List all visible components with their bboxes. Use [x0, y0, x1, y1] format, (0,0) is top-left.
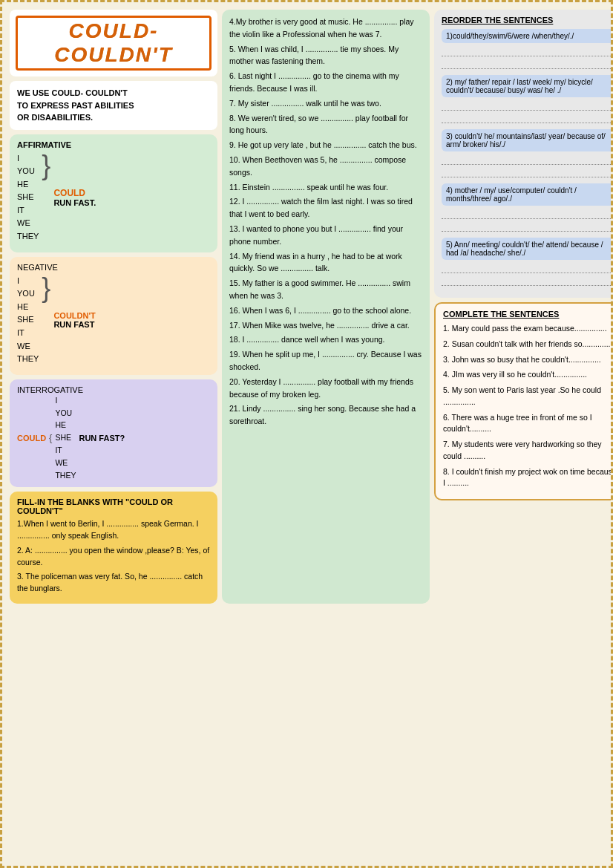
complete-item-3: 3. John was so busy that he couldn't....… — [443, 354, 613, 366]
complete-item-7: 7. My students were very hardworking so … — [443, 439, 613, 463]
exercise-item-5: 5. When I was child, I ............... t… — [229, 43, 422, 68]
reorder-item-2: 2) my/ father/ repair / last/ week/ my/ … — [442, 75, 613, 123]
intro-line1: WE USE COULD- COULDN'T — [17, 87, 210, 99]
interrog-phrase: RUN FAST? — [79, 434, 125, 443]
exercise-item-12: 12. I ............... watch the film las… — [229, 195, 422, 221]
complete-box: COMPLETE THE SENTENCES 1. Mary could pas… — [434, 302, 613, 500]
affirmative-row: I YOU HE SHE IT WE THEY } COULD RUN FAST… — [17, 152, 210, 244]
reorder-box: REORDER THE SENTENCES 1)could/they/swim/… — [434, 10, 613, 298]
affirmative-pronouns: I YOU HE SHE IT WE THEY — [17, 152, 39, 244]
exercise-item-11: 11. Einstein ............... speak until… — [229, 181, 422, 194]
couldnt-word: COULDN'T — [53, 311, 95, 320]
intro-line3: OR DISAABILITIES. — [17, 111, 210, 124]
fill-sentence-2: 2. A: ............... you open the windo… — [17, 545, 210, 569]
fill-sentence-1: 1.When I went to Berlin, I .............… — [17, 518, 210, 542]
complete-item-4: 4. JIm was very ill so he couldn't......… — [443, 369, 613, 381]
exercise-item-20: 20. Yesterday I ............... play foo… — [229, 376, 422, 401]
intro-line2: TO EXPRESS PAST ABILITIES — [17, 99, 210, 112]
interrogative-run-fast: RUN FAST? — [79, 434, 125, 443]
answer-line — [442, 263, 613, 273]
interrog-could-word: COULD — [17, 434, 46, 443]
negative-run-fast: RUN FAST — [53, 320, 95, 329]
exercise-item-7: 7. My sister ............... walk until … — [229, 97, 422, 110]
exercise-item-21: 21. Lindy ............... sing her song.… — [229, 402, 422, 428]
complete-item-1: 1. Mary could pass the exam because.....… — [443, 323, 613, 335]
interrogative-pronouns: I YOU HE SHE IT WE THEY — [55, 394, 76, 482]
negative-box: NEGATIVE I YOU HE SHE IT WE THEY } COULD… — [10, 257, 217, 375]
answer-line — [442, 113, 613, 123]
reorder-scrambled-4: 4) mother / my/ use/computer/ couldn't /… — [442, 183, 613, 206]
left-brace: { — [49, 432, 52, 443]
fill-sentence-3: 3. The policeman was very fat. So, he ..… — [17, 571, 210, 595]
fill-box: FILL-IN THE BLANKS WITH "COULD OR COULDN… — [10, 492, 217, 604]
interrog-could: COULD — [17, 434, 46, 443]
interrogative-inner: COULD { I YOU HE SHE IT WE THEY RUN FAST… — [17, 394, 210, 482]
exercise-item-14: 14. My friend was in a hurry , he had to… — [229, 250, 422, 275]
middle-column: 4.My brother is very good at music. He .… — [222, 10, 430, 604]
affirmative-label: AFFIRMATIVE — [17, 140, 210, 149]
reorder-item-5: 5) Ann/ meeting/ couldn't/ the/ attend/ … — [442, 238, 613, 286]
answer-line — [442, 275, 613, 286]
could-word: COULD — [53, 188, 96, 198]
logo-area: COULD-COULDN'T — [10, 10, 217, 76]
complete-item-5: 5. My son went to Paris last year .So he… — [443, 385, 613, 408]
reorder-item-3: 3) couldn't/ he/ mountains/last/ year/ b… — [442, 129, 613, 177]
complete-items: 1. Mary could pass the exam because.....… — [443, 323, 613, 489]
middle-exercises: 4.My brother is very good at music. He .… — [229, 16, 422, 428]
reorder-title: REORDER THE SENTENCES — [442, 16, 613, 25]
negative-pronouns: I YOU HE SHE IT WE THEY — [17, 275, 39, 366]
exercise-item-15: 15. My father is a good swimmer. He ....… — [229, 277, 422, 302]
intro-text: WE USE COULD- COULDN'T TO EXPRESS PAST A… — [10, 81, 217, 130]
exercise-item-8: 8. We weren't tired, so we .............… — [229, 112, 422, 137]
answer-line — [442, 100, 613, 111]
answer-line — [442, 59, 613, 69]
interrogative-box: INTERROGATIVE COULD { I YOU HE SHE IT WE… — [10, 379, 217, 488]
exercise-item-6: 6. Last night I ............... go to th… — [229, 70, 422, 95]
exercise-item-19: 19. When he split up me, I .............… — [229, 348, 422, 373]
neg-left-bracket: } — [42, 275, 50, 366]
affirmative-phrase: COULD RUN FAST. — [53, 152, 96, 244]
left-bracket: } — [42, 152, 50, 244]
answer-line — [442, 167, 613, 177]
exercise-item-17: 17. When Mike was twelve, he ...........… — [229, 319, 422, 332]
left-column: COULD-COULDN'T WE USE COULD- COULDN'T TO… — [10, 10, 217, 604]
reorder-scrambled-5: 5) Ann/ meeting/ couldn't/ the/ attend/ … — [442, 238, 613, 260]
exercise-item-18: 18. I ............... dance well when I … — [229, 333, 422, 346]
complete-title: COMPLETE THE SENTENCES — [443, 310, 613, 319]
right-column: REORDER THE SENTENCES 1)could/they/swim/… — [434, 10, 613, 604]
affirmative-box: AFFIRMATIVE I YOU HE SHE IT WE THEY } CO… — [10, 134, 217, 252]
exercise-item-10: 10. When Beethoven was 5, he ...........… — [229, 154, 422, 179]
answer-line — [442, 154, 613, 165]
complete-item-8: 8. I couldn't finish my project wok on t… — [443, 466, 613, 490]
complete-item-6: 6. There was a huge tree in front of me … — [443, 412, 613, 436]
reorder-scrambled-2: 2) my/ father/ repair / last/ week/ my/ … — [442, 75, 613, 97]
affirmative-run-fast: RUN FAST. — [53, 198, 96, 207]
fill-title: FILL-IN THE BLANKS WITH "COULD OR COULDN… — [17, 497, 210, 515]
negative-label: NEGATIVE — [17, 263, 210, 272]
reorder-scrambled-1: 1)could/they/swim/6/were /when/they/./ — [442, 29, 613, 43]
exercise-item-9: 9. He got up very late , but he ........… — [229, 139, 422, 151]
answer-line — [442, 209, 613, 219]
negative-phrase: COULDN'T RUN FAST — [53, 275, 95, 366]
reorder-items: 1)could/they/swim/6/were /when/they/./2)… — [442, 29, 613, 286]
reorder-item-4: 4) mother / my/ use/computer/ couldn't /… — [442, 183, 613, 232]
reorder-item-1: 1)could/they/swim/6/were /when/they/./ — [442, 29, 613, 69]
exercise-item-16: 16. When I was 6, I ............... go t… — [229, 304, 422, 317]
negative-row: I YOU HE SHE IT WE THEY } COULDN'T RUN F… — [17, 275, 210, 366]
answer-line — [442, 46, 613, 56]
reorder-scrambled-3: 3) couldn't/ he/ mountains/last/ year/ b… — [442, 129, 613, 151]
exercise-item-13: 13. I wanted to phone you but I ........… — [229, 223, 422, 248]
exercise-item-4: 4.My brother is very good at music. He .… — [229, 16, 422, 41]
complete-item-2: 2. Susan couldn't talk with her friends … — [443, 339, 613, 350]
interrogative-label: INTERROGATIVE — [17, 385, 210, 394]
logo-title: COULD-COULDN'T — [16, 16, 212, 71]
answer-line — [442, 221, 613, 232]
